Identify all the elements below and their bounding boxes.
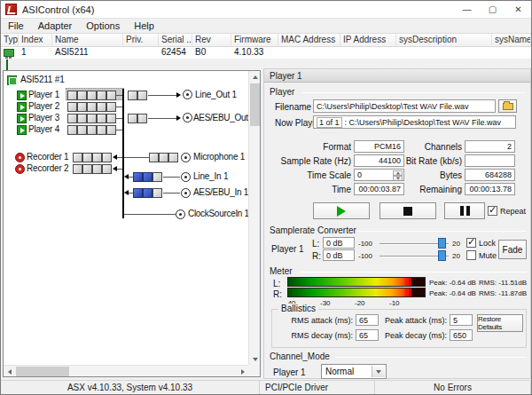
chain-node-icon[interactable] [97,91,106,100]
chain-node-icon[interactable] [87,102,97,112]
chain-node-icon[interactable] [77,114,87,123]
tree-node-aes-ebu-out[interactable]: AES/EBU_Out 1 [193,113,254,122]
col-sysname[interactable]: sysName [492,34,531,47]
chain-node-icon[interactable] [143,188,153,198]
col-rev[interactable]: Rev [192,34,231,47]
chain-node-icon[interactable] [92,164,102,174]
chain-node-icon[interactable] [149,153,159,162]
vertical-scroll-thumb[interactable] [250,83,260,126]
col-priv[interactable]: Priv. [123,34,159,47]
adapter-node-label[interactable]: ASI5211 #1 [20,75,65,84]
tree-node-player4[interactable]: Player 4 [28,124,59,134]
chain-node-icon[interactable] [159,153,168,162]
chain-node-icon[interactable] [92,153,102,162]
tree-node-player3[interactable]: Player 3 [28,113,59,122]
tree-node-player2[interactable]: Player 2 [28,101,59,111]
adapter-row[interactable]: 1 ASI5211 62454 B0 4.10.33 [1,47,531,59]
lock-checkbox[interactable] [466,238,476,248]
chain-node-icon[interactable] [73,153,82,162]
scroll-down-arrow-icon[interactable] [249,353,261,365]
col-sysdescription[interactable]: sysDescription [396,34,492,47]
fade-button[interactable]: Fade [498,240,527,259]
browse-button[interactable] [498,99,517,113]
horizontal-scroll-thumb[interactable] [16,367,69,376]
chain-node-icon[interactable] [67,125,77,135]
tree-node-microphone[interactable]: Microphone 1 [193,152,245,162]
col-type[interactable]: Type [1,34,19,47]
chain-node-icon[interactable] [106,125,116,135]
chain-node-icon[interactable] [67,102,77,112]
close-button[interactable]: ✕ [505,1,531,18]
chain-node-icon[interactable] [143,172,153,182]
chain-node-icon[interactable] [87,114,97,123]
col-mac[interactable]: MAC Address [278,34,340,47]
right-gain-slider-thumb[interactable] [438,250,446,261]
chain-node-icon[interactable] [128,114,137,123]
chain-node-icon[interactable] [168,153,178,162]
tree-node-recorder2[interactable]: Recorder 2 [27,163,68,173]
chain-node-icon[interactable] [82,164,92,174]
chain-node-icon[interactable] [102,164,112,174]
chain-node-icon[interactable] [87,91,97,100]
mute-checkbox[interactable] [466,250,476,260]
right-gain-field[interactable]: 0 dB [323,249,355,261]
pause-button[interactable] [444,202,485,219]
scroll-up-arrow-icon[interactable] [249,71,261,83]
minimize-button[interactable]: — [454,1,480,18]
chain-node-icon[interactable] [77,102,87,112]
chain-node-icon[interactable] [153,188,162,198]
repeat-checkbox[interactable] [488,206,497,216]
left-gain-slider-thumb[interactable] [438,238,446,249]
left-gain-field[interactable]: 0 dB [323,237,355,249]
chain-node-icon[interactable] [67,91,77,100]
play-button[interactable] [313,202,370,219]
tree-horizontal-scrollbar[interactable] [4,365,248,376]
chain-node-icon[interactable] [133,188,143,198]
scroll-right-arrow-icon[interactable] [237,366,248,377]
rms-attack-field[interactable]: 65 [356,314,379,326]
tree-vertical-scrollbar[interactable] [248,71,260,365]
chain-node-icon[interactable] [77,91,87,100]
chain-node-icon[interactable] [102,153,112,162]
chain-node-icon[interactable] [97,102,106,112]
chain-node-icon[interactable] [73,164,82,174]
chain-node-icon[interactable] [153,172,162,182]
menu-options[interactable]: Options [79,19,127,33]
peak-decay-field[interactable]: 650 [450,329,473,341]
chain-node-icon[interactable] [106,114,116,123]
chain-node-icon[interactable] [106,102,116,112]
tree-node-aes-ebu-in[interactable]: AES/EBU_In 1 [193,187,248,197]
chain-node-icon[interactable] [133,172,143,182]
stop-button[interactable] [379,202,436,219]
dropdown-arrow-icon[interactable] [372,366,385,377]
chain-node-icon[interactable] [77,125,87,135]
col-firmware[interactable]: Firmware [231,34,278,47]
rms-decay-field[interactable]: 65 [356,329,379,341]
chain-node-icon[interactable] [67,114,77,123]
tree-node-line-in[interactable]: Line_In 1 [193,171,228,181]
col-name[interactable]: Name [52,34,123,47]
channel-mode-dropdown[interactable]: Normal [321,364,387,379]
peak-attack-field[interactable]: 5 [450,314,473,326]
restore-defaults-button[interactable]: Restore Defaults [477,314,523,332]
filename-field[interactable]: C:\Users\Philip\Desktop\Test WAV File.wa… [313,99,496,113]
tree-node-clock-source[interactable]: ClockSourceIn 1 [188,209,249,218]
col-index[interactable]: Index [19,34,52,47]
tree-node-player1[interactable]: Player 1 [28,90,59,99]
col-serial[interactable]: Serial ... [159,34,192,47]
menu-help[interactable]: Help [127,19,161,33]
chain-node-icon[interactable] [97,114,106,123]
maximize-button[interactable]: ▢ [480,1,505,18]
menu-adapter[interactable]: Adapter [31,19,80,33]
chain-node-icon[interactable] [82,153,92,162]
tree-node-recorder1[interactable]: Recorder 1 [27,152,68,162]
chain-node-icon[interactable] [87,125,97,135]
scroll-left-arrow-icon[interactable] [4,366,15,377]
chain-node-icon[interactable] [128,91,137,100]
tree-node-line-out[interactable]: Line_Out 1 [195,90,237,99]
chain-node-icon[interactable] [137,114,147,123]
chain-node-icon[interactable] [106,91,116,100]
chain-node-icon[interactable] [137,91,147,100]
menu-file[interactable]: File [1,19,31,33]
col-ip[interactable]: IP Address [340,34,396,47]
